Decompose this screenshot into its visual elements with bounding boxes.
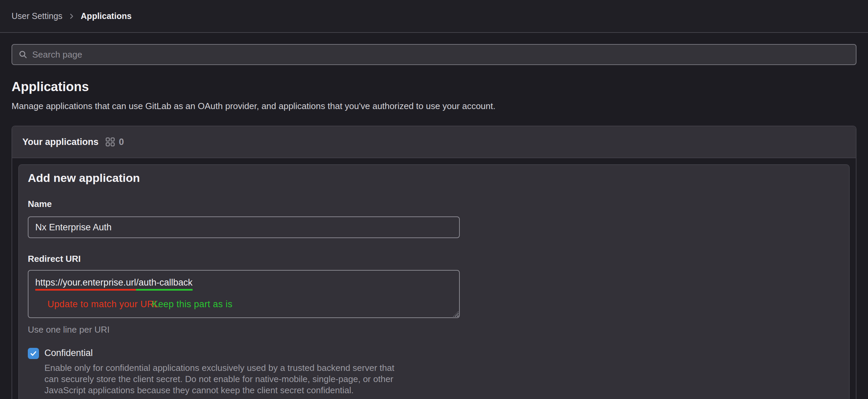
panel-body: Add new application Name Redirect URI ht… [12, 158, 856, 399]
annotation-update-url: Update to match your URL [47, 299, 159, 310]
redirect-uri-host-part: https://your.enterprise.url [35, 277, 136, 291]
redirect-uri-path-part: /auth-callback [136, 277, 193, 291]
add-new-application-card: Add new application Name Redirect URI ht… [18, 164, 850, 399]
page-search-bar[interactable] [12, 44, 856, 65]
chevron-right-icon [68, 13, 75, 20]
application-name-input[interactable] [28, 216, 460, 238]
confidential-help-line: can securely store the client secret. Do… [44, 374, 394, 385]
redirect-uri-value: https://your.enterprise.url/auth-callbac… [35, 277, 452, 291]
your-applications-header: Your applications 0 [12, 126, 856, 158]
resize-grip-icon[interactable] [453, 311, 458, 317]
panel-title: Your applications [22, 137, 99, 147]
breadcrumb-applications: Applications [81, 11, 132, 21]
breadcrumb: User Settings Applications [0, 0, 868, 33]
confidential-row: Confidential Enable only for confidentia… [28, 347, 840, 396]
search-input[interactable] [32, 45, 850, 64]
confidential-help-text: Enable only for confidential application… [44, 362, 394, 396]
search-icon [18, 50, 28, 59]
breadcrumb-user-settings[interactable]: User Settings [12, 11, 62, 21]
annotation-keep-part: Keep this part as is [152, 299, 233, 310]
confidential-label[interactable]: Confidential [44, 347, 394, 359]
page-description: Manage applications that can use GitLab … [12, 101, 856, 111]
name-label: Name [28, 199, 840, 209]
applications-grid-icon [105, 137, 115, 147]
confidential-checkbox[interactable] [28, 348, 39, 359]
your-applications-panel: Your applications 0 Add new application … [12, 126, 856, 399]
confidential-help-line: JavaScript applications because they can… [44, 385, 394, 396]
redirect-uri-textarea[interactable]: https://your.enterprise.url/auth-callbac… [28, 270, 460, 318]
confidential-help-line: Enable only for confidential application… [44, 362, 394, 374]
add-new-application-title: Add new application [28, 171, 840, 185]
redirect-uri-label: Redirect URI [28, 254, 840, 264]
page-title: Applications [12, 79, 856, 94]
redirect-uri-hint: Use one line per URI [28, 324, 840, 335]
checkmark-icon [29, 350, 37, 357]
applications-count-badge: 0 [119, 137, 124, 147]
